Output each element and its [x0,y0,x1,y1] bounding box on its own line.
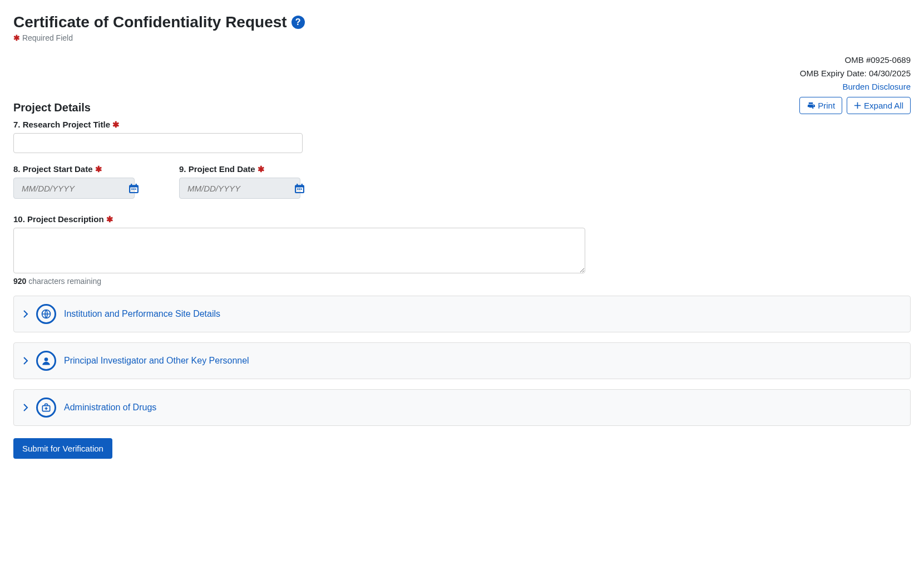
required-field-note: ✱ Required Field [13,33,911,42]
project-start-date-label: 8. Project Start Date ✱ [13,164,135,174]
calendar-icon[interactable] [129,184,139,193]
chevron-right-icon [23,310,28,318]
burden-disclosure-link[interactable]: Burden Disclosure [842,82,911,91]
globe-icon [36,304,56,324]
start-date-input-wrap[interactable] [13,178,135,199]
project-description-label: 10. Project Description ✱ [13,214,911,224]
description-label-text: 10. Project Description [13,214,104,224]
omb-number: OMB #0925-0689 [13,53,911,67]
end-date-label-text: 9. Project End Date [179,164,255,174]
expand-all-button[interactable]: Expand All [847,97,911,114]
calendar-icon[interactable] [295,184,304,193]
accordion-title: Administration of Drugs [64,403,156,413]
required-field-label: Required Field [22,33,73,42]
action-buttons: Print Expand All [799,97,911,114]
start-date-input[interactable] [21,183,129,194]
project-title-label-text: 7. Research Project Title [13,120,110,129]
asterisk-icon: ✱ [258,164,265,174]
accordion-institution-details[interactable]: Institution and Performance Site Details [13,296,911,332]
accordion-principal-investigator[interactable]: Principal Investigator and Other Key Per… [13,342,911,379]
plus-icon [854,102,861,109]
project-end-date-label: 9. Project End Date ✱ [179,164,300,174]
end-date-input-wrap[interactable] [179,178,300,199]
medical-kit-icon [36,398,56,418]
start-date-label-text: 8. Project Start Date [13,164,93,174]
asterisk-icon: ✱ [112,120,120,129]
chevron-right-icon [23,357,28,365]
project-start-date-group: 8. Project Start Date ✱ [13,164,135,199]
user-icon [36,351,56,371]
chevron-right-icon [23,404,28,411]
page-title-text: Certificate of Confidentiality Request [13,13,287,31]
end-date-input[interactable] [186,183,295,194]
project-title-input[interactable] [13,133,303,153]
submit-for-verification-button[interactable]: Submit for Verification [13,438,112,459]
asterisk-icon: ✱ [13,33,20,42]
char-count: 920 [13,277,26,286]
asterisk-icon: ✱ [95,164,102,174]
print-icon [807,101,815,110]
expand-all-label: Expand All [864,101,903,110]
help-icon[interactable]: ? [291,16,305,29]
accordion-administration-drugs[interactable]: Administration of Drugs [13,389,911,426]
project-end-date-group: 9. Project End Date ✱ [179,164,300,199]
print-button[interactable]: Print [799,97,842,114]
project-details-heading: Project Details [13,101,91,114]
accordion-title: Institution and Performance Site Details [64,309,220,319]
characters-remaining: 920 characters remaining [13,277,911,286]
char-remaining-text: characters remaining [26,277,101,286]
page-title: Certificate of Confidentiality Request ? [13,13,911,31]
svg-point-1 [45,357,48,361]
accordion-title: Principal Investigator and Other Key Per… [64,356,249,366]
print-label: Print [818,101,835,110]
project-description-input[interactable] [13,228,585,273]
project-title-label: 7. Research Project Title ✱ [13,120,911,130]
omb-expiry-date: OMB Expiry Date: 04/30/2025 [13,67,911,80]
asterisk-icon: ✱ [106,214,113,224]
omb-info: OMB #0925-0689 OMB Expiry Date: 04/30/20… [13,53,911,94]
